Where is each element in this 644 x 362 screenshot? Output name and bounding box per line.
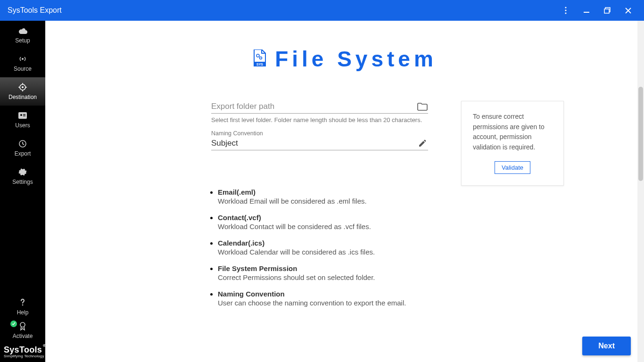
close-icon	[625, 8, 631, 14]
pencil-icon	[418, 139, 427, 148]
sidebar-item-label: Export	[15, 150, 31, 157]
svg-point-0	[565, 7, 566, 8]
sidebar-item-destination[interactable]: Destination	[0, 77, 45, 106]
close-button[interactable]	[618, 0, 638, 21]
sidebar-item-label: Setup	[15, 37, 30, 44]
info-desc: Workload Email will be considered as .em…	[218, 197, 428, 205]
sidebar-item-label: Users	[15, 122, 30, 129]
svg-point-2	[565, 12, 566, 14]
naming-convention-label: Naming Convention	[211, 130, 428, 137]
svg-rect-5	[604, 9, 609, 13]
info-desc: Workload Calendar will be considered as …	[218, 248, 428, 256]
target-icon	[18, 82, 27, 92]
sidebar-item-label: Settings	[12, 179, 33, 185]
info-desc: Workload Contact will be considered as .…	[218, 222, 428, 230]
info-title: Email(.eml)	[218, 188, 428, 196]
svg-text:SYS: SYS	[256, 63, 263, 66]
restore-icon	[604, 7, 611, 14]
info-title: Calendar(.ics)	[218, 239, 428, 247]
sidebar-item-help[interactable]: Help	[0, 295, 45, 319]
svg-rect-12	[23, 115, 25, 116]
export-path-row	[211, 101, 428, 114]
next-button[interactable]: Next	[582, 337, 631, 355]
naming-convention-row	[211, 138, 428, 150]
edit-naming-button[interactable]	[417, 139, 428, 148]
export-path-helper: Select first level folder. Folder name l…	[211, 116, 428, 123]
info-desc: User can choose the naming convention to…	[218, 299, 428, 307]
page-title: File System	[275, 46, 437, 72]
window-title: SysTools Export	[8, 6, 62, 15]
sidebar-item-setup[interactable]: Setup	[0, 21, 45, 49]
svg-rect-9	[18, 112, 27, 119]
brand-block: SysTools® Simplifying Technology	[0, 342, 45, 362]
svg-rect-11	[23, 114, 25, 115]
sidebar-item-activate[interactable]: Activate	[0, 319, 45, 342]
scrollbar-thumb[interactable]	[638, 87, 643, 181]
sidebar-item-source[interactable]: Source	[0, 49, 45, 77]
info-title: Contact(.vcf)	[218, 214, 428, 222]
maximize-button[interactable]	[597, 0, 618, 21]
validate-button[interactable]: Validate	[495, 161, 530, 174]
export-folder-path-input[interactable]	[211, 102, 417, 111]
list-item: Contact(.vcf) Workload Contact will be c…	[218, 214, 428, 230]
svg-point-10	[20, 114, 22, 116]
main-panel: SYS File System Select first level folde…	[45, 21, 644, 362]
more-vertical-icon	[565, 7, 567, 14]
list-item: Email(.eml) Workload Email will be consi…	[218, 188, 428, 205]
info-title: File System Permission	[218, 264, 428, 272]
svg-point-6	[22, 58, 24, 60]
folder-icon	[417, 103, 428, 111]
svg-point-1	[565, 9, 566, 11]
sidebar-item-label: Destination	[8, 94, 37, 100]
info-list: Email(.eml) Workload Email will be consi…	[211, 188, 428, 307]
status-ok-badge	[10, 321, 17, 327]
sidebar-item-export[interactable]: Export	[0, 134, 45, 162]
svg-point-14	[22, 304, 24, 306]
scrollbar-track[interactable]	[637, 21, 644, 362]
minimize-icon	[583, 7, 590, 14]
svg-point-15	[20, 322, 25, 327]
naming-convention-input[interactable]	[211, 139, 417, 148]
list-item: Calendar(.ics) Workload Calendar will be…	[218, 239, 428, 256]
validate-card: To ensure correct permissions are given …	[461, 101, 564, 186]
list-item: Naming Convention User can choose the na…	[218, 290, 428, 307]
cloud-icon	[18, 26, 27, 35]
svg-point-8	[22, 86, 24, 88]
brand-name: SysTools	[4, 345, 42, 354]
menu-dots-button[interactable]	[555, 0, 576, 21]
validate-text: To ensure correct permissions are given …	[473, 112, 552, 153]
sidebar-item-label: Help	[17, 309, 29, 316]
sys-file-icon: SYS	[252, 49, 266, 68]
minimize-button[interactable]	[576, 0, 597, 21]
broadcast-icon	[18, 54, 27, 64]
info-desc: Correct Permissions should set on select…	[218, 273, 428, 281]
sidebar-item-label: Source	[14, 66, 32, 72]
title-bar: SysTools Export	[0, 0, 644, 21]
browse-folder-button[interactable]	[417, 102, 428, 111]
help-icon	[18, 298, 27, 307]
clock-icon	[18, 139, 27, 148]
gear-icon	[18, 167, 27, 177]
user-card-icon	[18, 111, 27, 120]
sidebar-item-users[interactable]: Users	[0, 106, 45, 134]
sidebar-item-label: Activate	[13, 333, 33, 339]
info-title: Naming Convention	[218, 290, 428, 298]
sidebar-item-settings[interactable]: Settings	[0, 162, 45, 190]
svg-rect-3	[584, 12, 589, 13]
ribbon-icon	[18, 321, 27, 331]
list-item: File System Permission Correct Permissio…	[218, 264, 428, 281]
sidebar: Setup Source Destination Users Export Se…	[0, 21, 45, 362]
